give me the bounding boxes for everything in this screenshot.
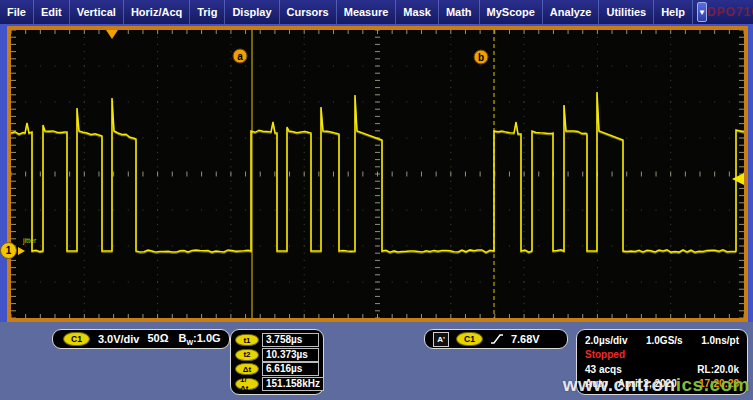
rising-edge-icon (490, 332, 504, 346)
menu-item-myscope[interactable]: MyScope (480, 0, 543, 24)
cursor-badge-t2[interactable]: t2 (235, 349, 259, 361)
model-number: DPO7104C (707, 5, 753, 19)
menu-item-measure[interactable]: Measure (337, 0, 397, 24)
trigger-readout-box: A' C1 7.68V (424, 329, 568, 349)
graticule-frame: abjitter 1 (7, 26, 748, 322)
resolution: 1.0ns/pt (701, 335, 739, 346)
trigger-level-marker[interactable] (732, 173, 744, 185)
cursor-b-label: b (478, 52, 484, 63)
menu-item-display[interactable]: Display (225, 0, 279, 24)
cursor-readout-row: t210.373µs (235, 348, 319, 362)
cursor-value: 151.158kHz (262, 377, 324, 391)
ch1-impedance: 50Ω (147, 332, 168, 346)
ch1-scale: 3.0V/div (98, 333, 140, 345)
cursor-readout-row: 1/Δt151.158kHz (235, 377, 319, 391)
menu-dropdown-button[interactable]: ▼ (697, 2, 707, 22)
site-watermark: www.cntronics.com (563, 374, 750, 396)
scope-display-area: abjitter 1 (0, 24, 753, 322)
channel1-readout-box: C1 3.0V/div 50Ω BW:1.0G (52, 329, 230, 349)
cursor-value: 3.758µs (262, 333, 319, 347)
menu-item-math[interactable]: Math (439, 0, 480, 24)
right-bezel-strip (748, 24, 753, 322)
cursor-badge-1-t[interactable]: 1/Δt (235, 378, 259, 390)
channel-1-badge: 1 (0, 242, 17, 259)
menu-item-analyze[interactable]: Analyze (543, 0, 600, 24)
menu-item-mask[interactable]: Mask (396, 0, 439, 24)
cursor-value: 10.373µs (262, 348, 319, 362)
waveform-display[interactable]: abjitter (11, 30, 744, 318)
menu-item-cursors[interactable]: Cursors (280, 0, 337, 24)
trigger-level: 7.68V (511, 333, 540, 345)
channel-1-marker[interactable]: 1 (0, 242, 25, 259)
menu-item-edit[interactable]: Edit (34, 0, 70, 24)
cursor-badge--t[interactable]: Δt (235, 363, 259, 375)
menu-item-file[interactable]: File (0, 0, 34, 24)
cursor-value: 6.616µs (262, 362, 319, 376)
oscilloscope-screen: FileEditVerticalHoriz/AcqTrigDisplayCurs… (0, 0, 753, 400)
ch1-bandwidth: BW:1.0G (179, 332, 221, 346)
menu-item-utilities[interactable]: Utilities (599, 0, 654, 24)
sample-rate: 1.0GS/s (646, 335, 683, 346)
acquisition-status: Stopped (585, 349, 625, 360)
trigger-position-marker[interactable] (106, 30, 118, 39)
cursor-a-label: a (237, 51, 243, 62)
cursor-readout-box: t13.758µst210.373µsΔt6.616µs1/Δt151.158k… (230, 329, 324, 395)
menu-items: FileEditVerticalHoriz/AcqTrigDisplayCurs… (0, 0, 693, 24)
menu-bar: FileEditVerticalHoriz/AcqTrigDisplayCurs… (0, 0, 753, 24)
channel-1-arrow-icon (18, 247, 25, 255)
menu-item-vertical[interactable]: Vertical (70, 0, 124, 24)
cursor-badge-t1[interactable]: t1 (235, 334, 259, 346)
menu-item-trig[interactable]: Trig (190, 0, 225, 24)
trigger-source-icon: A' (433, 332, 449, 347)
cursor-readout-row: t13.758µs (235, 333, 319, 347)
ch1-badge[interactable]: C1 (63, 332, 90, 346)
menu-item-help[interactable]: Help (654, 0, 693, 24)
trigger-channel-badge[interactable]: C1 (456, 332, 483, 346)
menu-item-horiz-acq[interactable]: Horiz/Acq (124, 0, 190, 24)
timebase: 2.0µs/div (585, 335, 627, 346)
readout-panel: C1 3.0V/div 50Ω BW:1.0G t13.758µst210.37… (0, 322, 753, 400)
